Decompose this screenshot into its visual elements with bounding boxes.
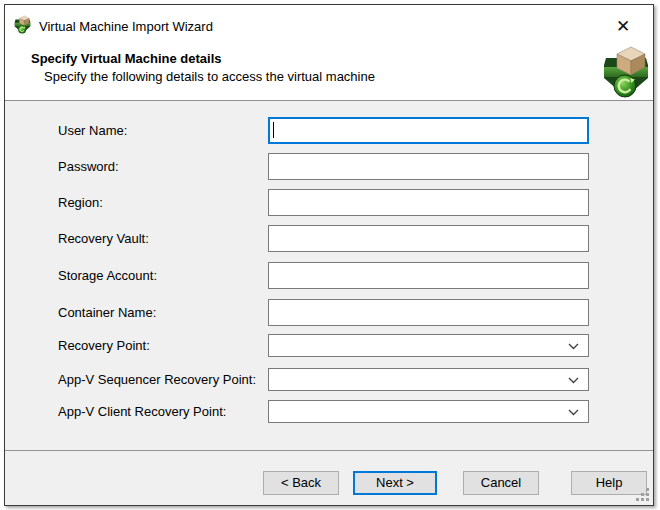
- page-title: Specify Virtual Machine details: [31, 51, 222, 66]
- storage-account-field[interactable]: [268, 262, 589, 289]
- appv-sequencer-recovery-point-dropdown[interactable]: [268, 368, 589, 391]
- recovery-vault-label: Recovery Vault:: [58, 231, 149, 247]
- storage-account-label: Storage Account:: [58, 268, 157, 284]
- password-label: Password:: [58, 159, 119, 175]
- cancel-button[interactable]: Cancel: [463, 471, 539, 495]
- app-icon: [14, 15, 31, 34]
- chevron-down-icon: [568, 377, 579, 384]
- resize-grip[interactable]: [635, 487, 649, 501]
- dialog-window: Virtual Machine Import Wizard ✕ Specify …: [4, 4, 654, 506]
- close-icon[interactable]: ✕: [607, 13, 639, 39]
- footer-separator: [5, 450, 653, 451]
- chevron-down-icon: [568, 343, 579, 350]
- region-label: Region:: [58, 195, 103, 211]
- recovery-point-dropdown[interactable]: [268, 334, 589, 357]
- title-bar[interactable]: Virtual Machine Import Wizard ✕: [5, 5, 653, 43]
- password-field[interactable]: [268, 153, 589, 180]
- region-field[interactable]: [268, 189, 589, 216]
- window-title: Virtual Machine Import Wizard: [39, 19, 213, 34]
- recovery-vault-field[interactable]: [268, 225, 589, 252]
- next-button[interactable]: Next >: [353, 471, 437, 495]
- wizard-header: Virtual Machine Import Wizard ✕ Specify …: [5, 5, 653, 101]
- appv-client-recovery-point-dropdown[interactable]: [268, 400, 589, 423]
- appv-client-recovery-point-label: App-V Client Recovery Point:: [58, 404, 226, 420]
- back-button[interactable]: < Back: [263, 471, 339, 495]
- appv-sequencer-recovery-point-label: App-V Sequencer Recovery Point:: [58, 372, 256, 388]
- user-name-label: User Name:: [58, 123, 127, 139]
- user-name-field[interactable]: [268, 117, 589, 144]
- page-subtitle: Specify the following details to access …: [44, 69, 375, 84]
- chevron-down-icon: [568, 409, 579, 416]
- text-caret: [273, 122, 274, 138]
- container-name-label: Container Name:: [58, 305, 156, 321]
- recovery-point-label: Recovery Point:: [58, 338, 150, 354]
- vm-import-box-icon: [604, 45, 648, 99]
- container-name-field[interactable]: [268, 299, 589, 326]
